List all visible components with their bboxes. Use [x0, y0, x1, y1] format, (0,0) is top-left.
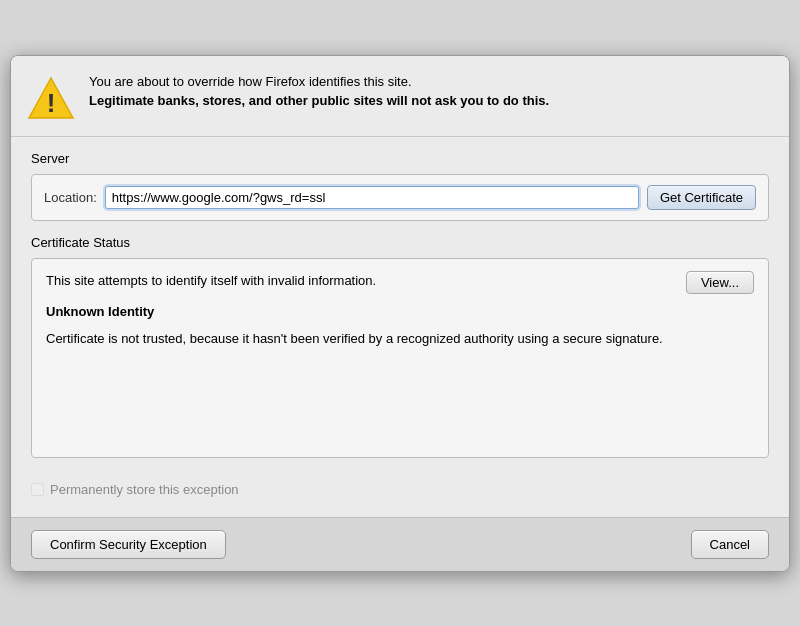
get-certificate-button[interactable]: Get Certificate — [647, 185, 756, 210]
warning-icon: ! — [27, 74, 75, 122]
warning-banner: ! You are about to override how Firefox … — [11, 56, 789, 137]
warning-line2: Legitimate banks, stores, and other publ… — [89, 91, 769, 111]
permanently-store-row: Permanently store this exception — [31, 472, 769, 501]
location-input[interactable] — [105, 186, 639, 209]
certificate-status-section: Certificate Status This site attempts to… — [31, 235, 769, 458]
permanently-store-label: Permanently store this exception — [50, 482, 239, 497]
cert-status-row: This site attempts to identify itself wi… — [46, 271, 754, 294]
warning-line1: You are about to override how Firefox id… — [89, 72, 769, 92]
security-exception-dialog: ! You are about to override how Firefox … — [10, 55, 790, 572]
dialog-content: Server Location: Get Certificate Certifi… — [11, 137, 789, 517]
confirm-security-exception-button[interactable]: Confirm Security Exception — [31, 530, 226, 559]
cancel-button[interactable]: Cancel — [691, 530, 769, 559]
server-section: Server Location: Get Certificate — [31, 151, 769, 221]
server-section-label: Server — [31, 151, 769, 166]
cert-status-text: This site attempts to identify itself wi… — [46, 271, 674, 291]
unknown-identity-label: Unknown Identity — [46, 304, 754, 319]
warning-text: You are about to override how Firefox id… — [89, 72, 769, 111]
cert-section-label: Certificate Status — [31, 235, 769, 250]
permanently-store-checkbox[interactable] — [31, 483, 44, 496]
server-box: Location: Get Certificate — [31, 174, 769, 221]
view-button[interactable]: View... — [686, 271, 754, 294]
cert-detail-text: Certificate is not trusted, because it h… — [46, 329, 754, 349]
button-bar: Confirm Security Exception Cancel — [11, 517, 789, 571]
svg-text:!: ! — [47, 88, 56, 118]
location-label: Location: — [44, 190, 97, 205]
certificate-box: This site attempts to identify itself wi… — [31, 258, 769, 458]
